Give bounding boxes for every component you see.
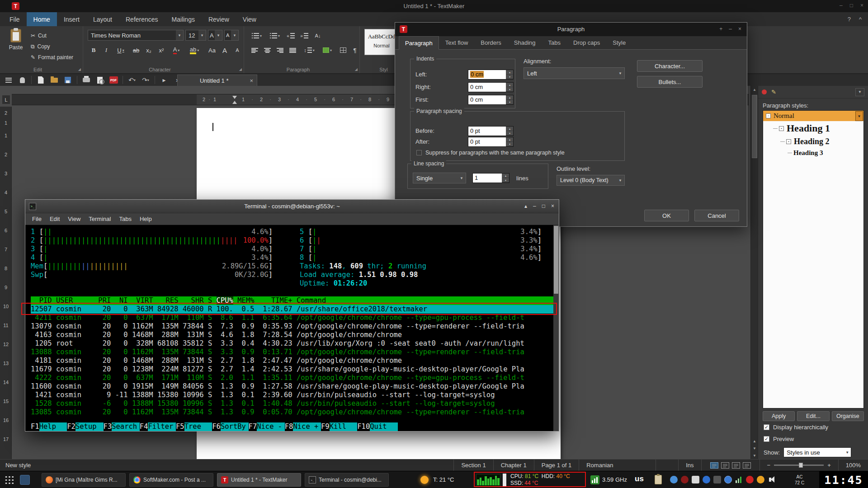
collapse-ribbon-icon[interactable]: ^ — [859, 16, 862, 23]
taskbar-window-untitled-1-textmaker[interactable]: TUntitled 1 * - TextMaker — [217, 473, 301, 487]
document-scrollbar[interactable]: ▲ ▲ ▼ ▼ — [750, 86, 758, 459]
formatting-marks-button[interactable]: ¶ — [349, 44, 361, 56]
bullets-button[interactable]: Bullets... — [637, 76, 703, 88]
document-tab[interactable]: Untitled 1 * × — [177, 75, 257, 86]
process-row[interactable]: 4222 cosmin 20 0 637M 171M 110M S 2.0 1.… — [31, 374, 553, 382]
font-color-button[interactable]: A▾ — [168, 44, 184, 56]
menu-item-layout[interactable]: Layout — [86, 12, 119, 26]
close-window-icon[interactable]: × — [551, 203, 554, 209]
chevron-down-icon[interactable]: ▾ — [176, 30, 183, 40]
media-player-tray-icon[interactable] — [681, 476, 689, 483]
fkey-f5[interactable]: F5Tree — [176, 422, 212, 431]
pan-tool-button[interactable] — [16, 75, 28, 85]
htop-function-keys[interactable]: F1HelpF2SetupF3SearchF4FilterF5TreeF6Sor… — [31, 422, 552, 431]
terminal-scrollbar[interactable] — [553, 225, 559, 431]
maximize-window-icon[interactable]: □ — [542, 203, 545, 209]
clipboard-manager-icon[interactable] — [655, 475, 662, 484]
shading-color-button[interactable]: ▾ — [319, 44, 335, 56]
undo-button[interactable]: ↶▾ — [126, 75, 138, 85]
apply-style-button[interactable]: Apply — [763, 411, 795, 421]
dialog-tab-text-flow[interactable]: Text flow — [439, 36, 475, 49]
taskbar-window-terminal-cosmin-debi[interactable]: >_Terminal - cosmin@debi... — [305, 473, 389, 487]
dropbox-tray-icon[interactable] — [703, 476, 710, 483]
status-page[interactable]: Page 1 of 1 — [534, 460, 579, 471]
first-indent-spinner[interactable]: ▲▼ — [506, 95, 513, 104]
open-button[interactable] — [48, 75, 60, 85]
left-indent-field[interactable]: 0 cm ▲▼ — [468, 70, 514, 80]
left-indent-spinner[interactable]: ▲▼ — [506, 70, 513, 79]
dialog-tab-style[interactable]: Style — [606, 36, 632, 49]
line-spacing-value-field[interactable]: 1 ▲▼ — [472, 173, 509, 183]
shade-window-icon[interactable]: ▴ — [524, 203, 527, 209]
cut-button[interactable]: ✂Cut — [31, 31, 47, 41]
left-indent-marker[interactable] — [232, 101, 237, 104]
suppress-spacing-checkbox[interactable]: Suppress for paragraphs with the same pa… — [416, 150, 565, 156]
preview-checkbox[interactable]: ✓ Preview — [764, 436, 794, 442]
zoom-slider[interactable] — [774, 465, 824, 466]
dialog-minimize-button[interactable]: – — [729, 26, 732, 32]
edit-dialog-launcher-icon[interactable]: ◢ — [78, 67, 81, 71]
align-center-button[interactable] — [261, 44, 273, 56]
reader-view-button[interactable] — [732, 462, 740, 469]
process-row[interactable]: 1421 cosmin 9 -11 1388M 15380 10996 S 1.… — [31, 391, 553, 399]
terminal-output[interactable]: 1 [||4.6%]5 [|3.4%]2 [||||||||||||||||||… — [25, 225, 559, 431]
fkey-f9[interactable]: F9Kill — [321, 422, 357, 431]
tree-collapse-icon[interactable]: - — [786, 139, 791, 144]
menu-item-file[interactable]: File — [3, 12, 27, 26]
process-row[interactable]: 13085 cosmin 20 0 1162M 135M 73844 S 1.3… — [31, 408, 553, 417]
sidebar-toggle-button[interactable] — [3, 75, 14, 85]
justify-button[interactable] — [287, 44, 298, 56]
before-spacing-field[interactable]: 0 pt ▲▼ — [468, 126, 514, 136]
process-row[interactable]: 11600 cosmin 20 0 1915M 149M 84056 S 1.3… — [31, 382, 553, 391]
dialog-pin-button[interactable]: + — [719, 26, 722, 32]
font-name-combo[interactable]: Times New Roman▾ — [88, 30, 184, 41]
edit-style-button[interactable]: Edit... — [797, 411, 829, 421]
first-line-indent-marker[interactable] — [232, 96, 237, 99]
fkey-f1[interactable]: F1Help — [31, 422, 67, 431]
launcher-icon[interactable] — [20, 475, 30, 485]
scrollbar-thumb[interactable] — [752, 95, 757, 158]
terminal-menu-help[interactable]: Help — [136, 216, 156, 222]
redshift-tray-icon[interactable] — [757, 476, 764, 483]
network-globe-tray-icon[interactable] — [724, 476, 732, 483]
menu-item-view[interactable]: View — [236, 12, 263, 26]
dialog-tab-tabs[interactable]: Tabs — [542, 36, 567, 49]
align-right-button[interactable] — [274, 44, 286, 56]
style-item-heading-1[interactable]: -Heading 1 — [763, 121, 863, 136]
terminal-menu-edit[interactable]: Edit — [46, 216, 64, 222]
web-view-button[interactable] — [721, 462, 729, 469]
line-spacing-button[interactable]: ↕▾ — [301, 44, 317, 56]
dialog-tab-shading[interactable]: Shading — [508, 36, 542, 49]
bold-button[interactable]: B — [88, 44, 99, 56]
process-row[interactable]: 4181 cosmin 20 0 1468M 288M 131M S 2.7 1… — [31, 357, 553, 365]
normal-view-button[interactable] — [710, 462, 718, 469]
menu-item-review[interactable]: Review — [202, 12, 236, 26]
process-row[interactable]: 4211 cosmin 20 0 637M 171M 110M S 8.6 1.… — [31, 314, 553, 322]
fkey-f10[interactable]: F10Quit — [357, 422, 398, 431]
redo-button[interactable]: ↷▾ — [140, 75, 151, 85]
show-styles-dropdown[interactable]: Styles in use▼ — [783, 447, 851, 457]
paste-button[interactable]: Paste — [5, 29, 27, 51]
style-gallery-cell[interactable]: AaBbCcDd Normal — [364, 29, 399, 55]
print-preview-button[interactable] — [94, 75, 106, 85]
copy-button[interactable]: ⧉Copy — [31, 42, 50, 52]
scroll-up-button[interactable]: ▲ — [751, 86, 758, 93]
line-spacing-mode-dropdown[interactable]: Single▼ — [413, 173, 466, 183]
terminal-menu-file[interactable]: File — [28, 216, 46, 222]
style-combo-arrow[interactable]: ▼ — [855, 111, 863, 121]
settings-tray-icon[interactable] — [713, 476, 721, 483]
ok-button[interactable]: OK — [644, 210, 689, 221]
tree-collapse-icon[interactable]: - — [766, 113, 771, 118]
right-indent-field[interactable]: 0 cm ▲▼ — [468, 82, 514, 92]
cpu-graph-widget[interactable] — [476, 474, 500, 486]
status-chapter[interactable]: Chapter 1 — [493, 460, 534, 471]
first-indent-field[interactable]: 0 cm ▲▼ — [468, 95, 514, 105]
menu-item-home[interactable]: Home — [27, 12, 57, 26]
dialog-tab-paragraph[interactable]: Paragraph — [399, 36, 439, 50]
organise-styles-button[interactable]: Organise — [832, 411, 864, 421]
increase-indent-button[interactable]: » — [298, 30, 310, 42]
change-case-button[interactable]: Aa — [206, 44, 218, 56]
process-row[interactable]: 12507 cosmin 20 0 363M 84928 46000 R 100… — [31, 305, 553, 314]
maximize-button[interactable]: □ — [850, 2, 853, 9]
alignment-dropdown[interactable]: Left▼ — [524, 67, 625, 79]
